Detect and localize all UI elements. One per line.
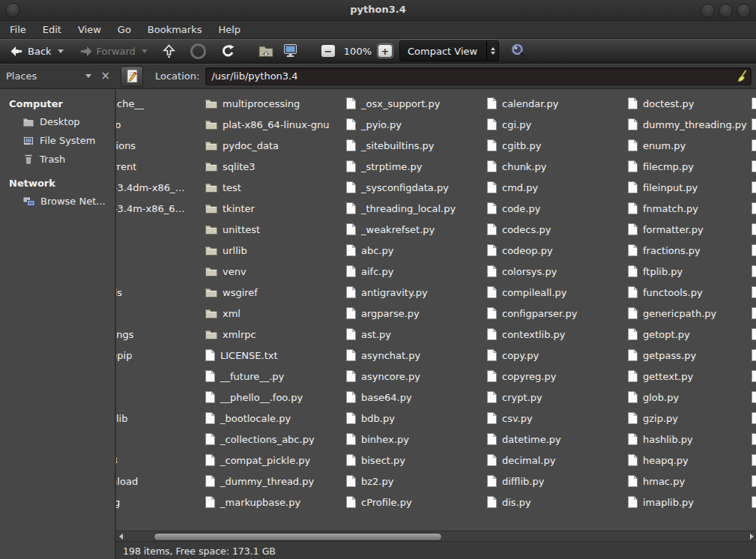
file-item[interactable]: decimal.py — [486, 450, 577, 471]
file-item[interactable]: antigravity.py — [345, 282, 456, 303]
folder-item[interactable]: xml — [205, 303, 329, 324]
folder-item[interactable]: urllib — [205, 240, 329, 261]
file-item[interactable] — [751, 135, 756, 156]
file-item[interactable]: fileinput.py — [627, 177, 747, 198]
file-item[interactable]: bz2.py — [345, 471, 456, 492]
file-item[interactable]: _markupbase.py — [205, 492, 329, 513]
file-item[interactable]: asyncore.py — [345, 366, 456, 387]
file-item[interactable]: fractions.py — [627, 240, 747, 261]
scroll-left-arrow-icon[interactable] — [116, 534, 125, 540]
file-item[interactable]: _compat_pickle.py — [205, 450, 329, 471]
file-item[interactable] — [751, 219, 756, 240]
file-item[interactable]: _pyio.py — [345, 114, 456, 135]
view-mode-select[interactable]: Compact View — [399, 40, 499, 61]
file-item[interactable]: contextlib.py — [486, 324, 577, 345]
file-item[interactable]: dummy_threading.py — [627, 114, 747, 135]
back-button[interactable]: Back — [6, 43, 67, 60]
file-item[interactable]: _threading_local.py — [345, 198, 456, 219]
file-item[interactable]: formatter.py — [627, 219, 747, 240]
file-item[interactable] — [751, 408, 756, 429]
scrollbar-track[interactable] — [125, 531, 747, 542]
file-item[interactable] — [751, 387, 756, 408]
file-item[interactable] — [751, 240, 756, 261]
file-item[interactable]: getpass.py — [627, 345, 747, 366]
file-item[interactable]: _osx_support.py — [345, 93, 456, 114]
file-item[interactable] — [751, 303, 756, 324]
file-item[interactable] — [751, 366, 756, 387]
search-button[interactable] — [506, 40, 531, 63]
folder-item[interactable]: xmlrpc — [205, 324, 329, 345]
file-item[interactable] — [751, 471, 756, 492]
file-item[interactable]: colorsys.py — [486, 261, 577, 282]
folder-item[interactable]: unittest — [205, 219, 329, 240]
file-item[interactable]: copy.py — [486, 345, 577, 366]
file-item[interactable] — [751, 93, 756, 114]
file-item[interactable]: _strptime.py — [345, 156, 456, 177]
file-item[interactable]: asynchat.py — [345, 345, 456, 366]
file-item[interactable]: enum.py — [627, 135, 747, 156]
folder-item[interactable]: tkinter — [205, 198, 329, 219]
file-item[interactable]: _dummy_thread.py — [205, 471, 329, 492]
file-item[interactable]: cProfile.py — [345, 492, 456, 513]
sidebar-item-file-system[interactable]: File System — [0, 131, 115, 150]
file-item[interactable]: ast.py — [345, 324, 456, 345]
file-item[interactable]: _sitebuiltins.py — [345, 135, 456, 156]
file-item[interactable]: abc.py — [345, 240, 456, 261]
file-item[interactable]: code.py — [486, 198, 577, 219]
file-item[interactable] — [751, 156, 756, 177]
file-item[interactable]: base64.py — [345, 387, 456, 408]
scrollbar-thumb[interactable] — [154, 533, 442, 541]
file-item[interactable]: datetime.py — [486, 429, 577, 450]
file-item[interactable]: fnmatch.py — [627, 198, 747, 219]
file-item[interactable]: compileall.py — [486, 282, 577, 303]
file-item[interactable] — [751, 324, 756, 345]
file-item[interactable] — [751, 450, 756, 471]
file-item[interactable]: codecs.py — [486, 219, 577, 240]
file-item[interactable]: aifc.py — [345, 261, 456, 282]
file-item[interactable]: cgi.py — [486, 114, 577, 135]
file-item[interactable]: getopt.py — [627, 324, 747, 345]
file-item[interactable] — [751, 429, 756, 450]
file-item[interactable]: _collections_abc.py — [205, 429, 329, 450]
minimize-button[interactable] — [701, 4, 715, 18]
file-item[interactable]: bdb.py — [345, 408, 456, 429]
close-button[interactable] — [737, 4, 751, 18]
file-item[interactable]: _sysconfigdata.py — [345, 177, 456, 198]
file-item[interactable]: argparse.py — [345, 303, 456, 324]
folder-item[interactable]: multiprocessing — [205, 93, 329, 114]
file-item[interactable] — [751, 345, 756, 366]
folder-item[interactable]: wsgiref — [205, 282, 329, 303]
folder-item[interactable]: sqlite3 — [205, 156, 329, 177]
file-item[interactable]: gzip.py — [627, 408, 747, 429]
back-history-dropdown-icon[interactable] — [58, 49, 64, 53]
reload-button[interactable] — [217, 41, 239, 61]
file-item[interactable]: gettext.py — [627, 366, 747, 387]
scroll-right-arrow-icon[interactable] — [747, 534, 756, 540]
menu-view[interactable]: View — [71, 22, 108, 37]
file-item[interactable]: functools.py — [627, 282, 747, 303]
location-path[interactable]: /usr/lib/python3.4 — [211, 70, 736, 82]
file-item[interactable]: ftplib.py — [627, 261, 747, 282]
file-item[interactable] — [751, 492, 756, 513]
menu-bookmarks[interactable]: Bookmarks — [141, 22, 209, 37]
file-item[interactable]: doctest.py — [627, 93, 747, 114]
file-item[interactable]: __phello__.foo.py — [205, 387, 329, 408]
location-entry[interactable]: /usr/lib/python3.4 — [205, 67, 752, 85]
file-item[interactable]: calendar.py — [486, 93, 577, 114]
menu-go[interactable]: Go — [111, 22, 138, 37]
file-item[interactable]: LICENSE.txt — [205, 345, 329, 366]
file-item[interactable]: cmd.py — [486, 177, 577, 198]
file-item[interactable]: genericpath.py — [627, 303, 747, 324]
file-item[interactable]: chunk.py — [486, 156, 577, 177]
menu-edit[interactable]: Edit — [36, 22, 68, 37]
edit-path-button[interactable] — [121, 66, 143, 87]
file-item[interactable]: imaplib.py — [627, 492, 747, 513]
places-dropdown-icon[interactable] — [85, 74, 91, 78]
file-item[interactable]: dis.py — [486, 492, 577, 513]
folder-item[interactable]: pydoc_data — [205, 135, 329, 156]
file-item[interactable] — [751, 282, 756, 303]
view-mode-spinner[interactable] — [486, 41, 498, 61]
file-item[interactable]: bisect.py — [345, 450, 456, 471]
file-item[interactable] — [751, 198, 756, 219]
file-item[interactable]: hmac.py — [627, 471, 747, 492]
